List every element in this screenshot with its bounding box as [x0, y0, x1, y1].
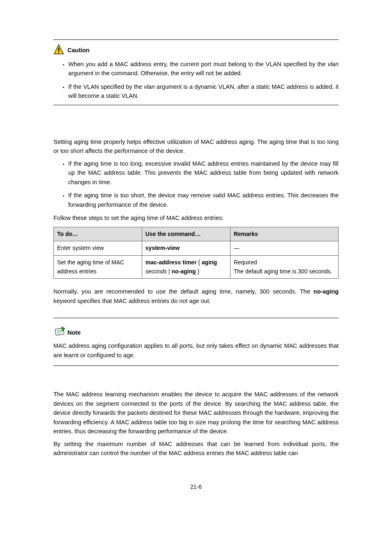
caution-label: Caution	[67, 46, 90, 55]
table-header-row: To do… Use the command… Remarks	[54, 227, 339, 241]
r2-remarks: Required The default aging time is 300 s…	[230, 256, 338, 279]
th-todo: To do…	[54, 227, 142, 241]
spacer-before-note	[53, 309, 339, 318]
aging-intro: Setting aging time properly helps effect…	[53, 137, 339, 156]
note-rule-top	[53, 318, 339, 318]
caution-list: When you add a MAC address entry, the cu…	[53, 60, 339, 101]
aging-after-a: Normally, you are recommended to use the…	[53, 288, 314, 295]
note-callout: Note MAC address aging configuration app…	[53, 326, 339, 360]
r2-remarks-a: Required	[234, 258, 335, 267]
svg-rect-1	[58, 48, 60, 51]
note-label: Note	[67, 328, 81, 337]
caution-item-2-arg: vlan	[144, 83, 155, 90]
aging-list: If the aging time is too long, excessive…	[53, 159, 339, 209]
r1-cmd: system-view	[142, 241, 230, 256]
r2-cmd-bar: |	[167, 268, 171, 275]
aging-follow: Follow these steps to set the aging time…	[53, 213, 339, 222]
aging-after-kw: no-aging	[314, 288, 339, 295]
caution-item-2: If the VLAN specified by the vlan argume…	[68, 82, 339, 101]
th-command: Use the command…	[142, 227, 230, 241]
page-container: Caution When you add a MAC address entry…	[0, 0, 392, 508]
r2-todo: Set the aging time of MAC address entrie…	[54, 256, 142, 279]
r2-cmd: mac-address timer { aging seconds | no-a…	[142, 256, 230, 279]
caution-callout: Caution When you add a MAC address entry…	[53, 44, 339, 101]
caution-item-1-b: argument in the command. Otherwise, the …	[68, 70, 242, 76]
svg-rect-2	[58, 52, 60, 53]
caution-item-1: When you add a MAC address entry, the cu…	[68, 60, 339, 78]
r1-remarks: —	[230, 241, 338, 256]
aging-after-b: keyword specifies that MAC address entri…	[53, 298, 211, 304]
aging-item-1: If the aging time is too long, excessive…	[68, 159, 339, 187]
caution-icon	[53, 44, 64, 55]
r2-cmd-opt1: aging	[202, 259, 217, 266]
caution-rule-top	[53, 39, 339, 40]
r2-cmd-rbrace: }	[196, 268, 200, 275]
table-row: Enter system view system-view —	[54, 241, 339, 256]
section-gap-2	[53, 366, 339, 390]
r2-cmd-lbrace: {	[196, 259, 201, 266]
aging-item-2: If the aging time is too short, the devi…	[68, 191, 339, 209]
max-p1: The MAC address learning mechanism enabl…	[53, 390, 339, 436]
max-p2: By setting the maximum number of MAC add…	[53, 439, 339, 458]
r2-cmd-main: mac-address timer	[145, 259, 197, 266]
note-icon	[53, 326, 64, 337]
r2-cmd-arg: seconds	[145, 268, 167, 275]
r2-cmd-opt2: no-aging	[171, 268, 196, 275]
caution-item-1-arg: vlan	[327, 61, 339, 67]
section-gap-1	[53, 105, 339, 137]
page-number: 21-6	[53, 483, 339, 492]
aging-table: To do… Use the command… Remarks Enter sy…	[53, 227, 339, 279]
note-header: Note	[53, 326, 339, 337]
caution-header: Caution	[53, 44, 339, 55]
table-row: Set the aging time of MAC address entrie…	[54, 256, 339, 279]
aging-after: Normally, you are recommended to use the…	[53, 287, 339, 305]
note-text: MAC address aging configuration applies …	[53, 341, 339, 360]
r1-todo: Enter system view	[54, 241, 142, 256]
caution-item-2-a: If the VLAN specified by the	[68, 83, 144, 90]
th-remarks: Remarks	[230, 227, 338, 241]
caution-item-1-a: When you add a MAC address entry, the cu…	[68, 61, 327, 67]
r2-remarks-b: The default aging time is 300 seconds.	[234, 267, 335, 276]
